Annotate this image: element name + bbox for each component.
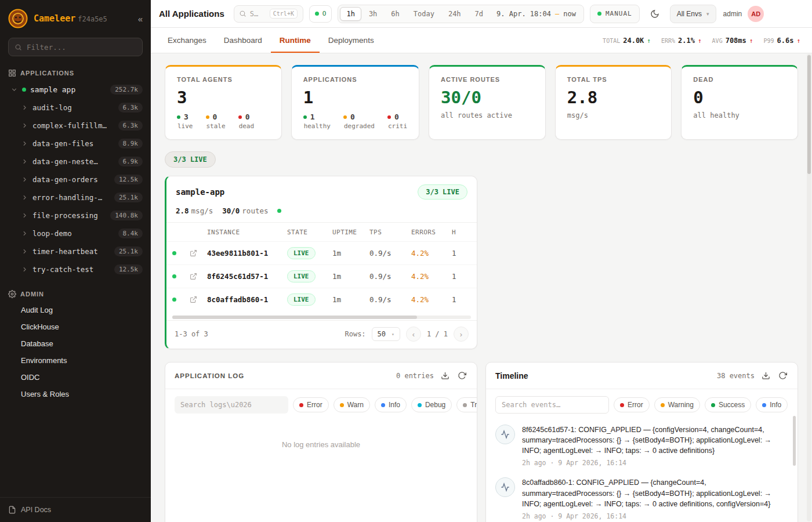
chevron-right-icon	[21, 158, 28, 165]
tab-runtime[interactable]: Runtime	[271, 28, 320, 53]
timeline-scrollbar[interactable]	[793, 416, 796, 466]
breakdown-count: 0	[213, 113, 217, 121]
range-button-today[interactable]: Today	[407, 7, 441, 21]
instances-table: INSTANCE STATE UPTIME TPS ERRORS H 43ee9…	[166, 223, 477, 311]
heap-value: 1	[452, 295, 469, 304]
sidebar-item-route[interactable]: file-processing 140.8k	[0, 206, 151, 224]
sidebar-item-route[interactable]: error-handling-… 25.1k	[0, 188, 151, 206]
filter-chip-error[interactable]: Error	[614, 397, 650, 412]
brand-logo-icon	[8, 9, 28, 28]
chevron-right-icon	[21, 122, 28, 129]
filter-chip-debug[interactable]: Debug	[411, 397, 452, 412]
sidebar-item-database[interactable]: Database	[0, 335, 151, 352]
count-badge: 252.7k	[110, 85, 143, 95]
breakdown-live: 3 live	[177, 113, 193, 130]
filter-chip-warn[interactable]: Warn	[334, 397, 370, 412]
scrollbar-thumb[interactable]	[172, 316, 417, 319]
sidebar-item-route[interactable]: complex-fulfillm… 6.3k	[0, 117, 151, 135]
range-button-24h[interactable]: 24h	[442, 7, 467, 21]
count-badge: 8.9k	[118, 139, 143, 148]
sidebar-header: Cameleerf24a5e5 «	[0, 0, 151, 37]
next-page-button[interactable]: ›	[454, 327, 469, 342]
live-summary-chip[interactable]: 3/3 LIVE	[165, 151, 216, 168]
api-docs-link[interactable]: API Docs	[0, 497, 151, 522]
refresh-mode-button[interactable]: MANUAL	[590, 5, 640, 23]
count-badge: 25.1k	[114, 193, 143, 202]
download-events-button[interactable]	[760, 370, 771, 381]
breakdown-count: 1	[310, 113, 315, 121]
stat-caption: all healthy	[693, 111, 786, 119]
tab-exchanges[interactable]: Exchanges	[159, 28, 215, 53]
filter-chip-warning[interactable]: Warning	[654, 397, 700, 412]
sidebar-item-clickhouse[interactable]: ClickHouse	[0, 318, 151, 335]
open-instance-button[interactable]	[190, 296, 207, 303]
metric-value: 2.1%	[678, 37, 695, 45]
tps-value: 0.9/s	[369, 249, 411, 258]
timeline-event[interactable]: 8c0affadb860-1: CONFIG_APPLIED — {change…	[495, 472, 787, 522]
count-badge: 6.3k	[118, 103, 143, 113]
time-range-group: 1h 3h 6h Today 24h 7d 9. Apr. 18:04 — no…	[338, 5, 583, 23]
sidebar-item-route[interactable]: try-catch-test 12.5k	[0, 260, 151, 278]
application-log-card: APPLICATION LOG 0 entries Error Warn Inf…	[165, 362, 477, 522]
refresh-events-button[interactable]	[777, 370, 788, 381]
timeline-card: Timeline 38 events Error Warning Success…	[485, 362, 798, 522]
sidebar-item-environments[interactable]: Environments	[0, 352, 151, 369]
filter-chip-trace[interactable]: Trace	[456, 397, 477, 412]
event-text: 8f6245c61d57-1: CONFIG_APPLIED — {config…	[522, 425, 787, 456]
breakdown-label: dead	[239, 122, 255, 130]
download-logs-button[interactable]	[440, 370, 451, 381]
sidebar-filter-input[interactable]	[27, 43, 136, 52]
breakdown-critical: 0 criti	[387, 113, 407, 130]
filter-chip-success[interactable]: Success	[705, 397, 751, 412]
log-search-input[interactable]	[175, 396, 288, 414]
sidebar-item-route[interactable]: data-gen-files 8.9k	[0, 135, 151, 153]
dark-mode-toggle[interactable]	[646, 5, 664, 23]
stat-value: 0	[693, 88, 786, 107]
open-instance-button[interactable]	[190, 249, 207, 257]
filter-chip-info[interactable]: Info	[756, 397, 788, 412]
timeline-event[interactable]: 8f6245c61d57-1: CONFIG_APPLIED — {config…	[495, 419, 787, 472]
avatar[interactable]: AD	[748, 6, 764, 22]
global-search[interactable]: Ctrl+K	[234, 5, 303, 23]
table-row[interactable]: 8c0affadb860-1 LIVE 1m 0.9/s 4.2% 1	[166, 288, 477, 311]
timeline-search-input[interactable]	[495, 396, 609, 414]
sidebar-collapse-button[interactable]: «	[138, 14, 143, 24]
sidebar-item-audit-log[interactable]: Audit Log	[0, 302, 151, 318]
range-button-7d[interactable]: 7d	[469, 7, 490, 21]
rows-per-page-select[interactable]: 50 ▾	[372, 327, 400, 341]
sidebar-item-label: data-gen-orders	[32, 175, 98, 184]
range-button-6h[interactable]: 6h	[385, 7, 405, 21]
prev-page-button[interactable]: ‹	[406, 327, 421, 342]
breakdown-label: healthy	[304, 122, 331, 130]
sidebar-item-route[interactable]: loop-demo 8.4k	[0, 224, 151, 242]
tab-dashboard[interactable]: Dashboard	[215, 28, 271, 53]
sidebar-item-route[interactable]: data-gen-neste… 6.9k	[0, 153, 151, 171]
open-instance-button[interactable]	[190, 273, 207, 280]
filter-chip-info[interactable]: Info	[375, 397, 407, 412]
stat-cards-row: TOTAL AGENTS 3 3 live 0 stale 0	[165, 65, 798, 140]
sidebar-item-route[interactable]: audit-log 6.3k	[0, 99, 151, 117]
global-search-input[interactable]	[250, 10, 266, 18]
sidebar-filter[interactable]	[8, 38, 143, 56]
range-button-1h[interactable]: 1h	[340, 7, 361, 21]
sidebar-item-route[interactable]: data-gen-orders 12.5k	[0, 171, 151, 188]
online-indicator[interactable]: O	[309, 5, 332, 23]
tab-deployments[interactable]: Deployments	[320, 28, 383, 53]
sidebar-item-users-roles[interactable]: Users & Roles	[0, 386, 151, 403]
page-scrollbar[interactable]	[807, 54, 811, 521]
table-row[interactable]: 8f6245c61d57-1 LIVE 1m 0.9/s 4.2% 1	[166, 264, 477, 288]
sidebar-item-sample-app[interactable]: sample app 252.7k	[0, 81, 151, 99]
scrollbar-thumb[interactable]	[807, 55, 811, 174]
stat-card-dead: DEAD 0 all healthy	[681, 65, 798, 140]
sidebar-item-route[interactable]: timer-heartbeat 25.1k	[0, 242, 151, 260]
range-button-3h[interactable]: 3h	[362, 7, 383, 21]
sidebar-item-oidc[interactable]: OIDC	[0, 369, 151, 386]
app-tps-value: 2.8	[176, 206, 189, 215]
filter-chip-error[interactable]: Error	[293, 397, 329, 412]
env-select[interactable]: All Envs ▾	[670, 5, 716, 23]
status-dot	[303, 115, 307, 119]
header-metrics: TOTAL 24.0K ↑ ERR% 2.1% ↑ AVG 708ms ↑ P9…	[603, 28, 804, 53]
horizontal-scrollbar[interactable]	[172, 316, 471, 319]
table-row[interactable]: 43ee9811b801-1 LIVE 1m 0.9/s 4.2% 1	[166, 241, 477, 264]
refresh-logs-button[interactable]	[456, 370, 467, 381]
